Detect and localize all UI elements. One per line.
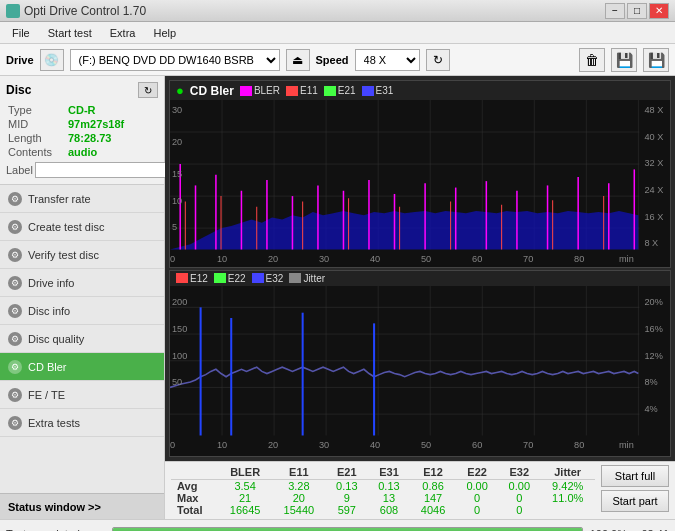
- svg-text:20: 20: [268, 439, 278, 450]
- stats-table: BLER E11 E21 E31 E12 E22 E32 Jitter Avg …: [171, 465, 595, 516]
- drive-select[interactable]: (F:) BENQ DVD DD DW1640 BSRB: [70, 49, 280, 71]
- bottom-chart-body: 200 150 100 50 0 10 20 30 40 50 60 70 80: [170, 286, 670, 452]
- time-text: 03:41: [633, 528, 669, 532]
- disc-refresh-button[interactable]: ↻: [138, 82, 158, 98]
- status-window-button[interactable]: Status window >>: [0, 493, 164, 519]
- contents-label: Contents: [8, 146, 66, 158]
- disc-info-table: Type CD-R MID 97m27s18f Length 78:28.73 …: [6, 102, 158, 160]
- menu-start-test[interactable]: Start test: [40, 25, 100, 41]
- col-header-e21: E21: [326, 465, 368, 480]
- stats-max-e21: 9: [326, 492, 368, 504]
- disc-label-input[interactable]: [35, 162, 168, 178]
- sidebar-item-extra-tests[interactable]: ⚙ Extra tests: [0, 409, 164, 437]
- stats-max-jitter: 11.0%: [540, 492, 595, 504]
- save-button[interactable]: 💾: [643, 48, 669, 72]
- top-chart: ● CD Bler BLER E11 E21: [169, 80, 671, 268]
- svg-text:20: 20: [172, 136, 182, 147]
- sidebar-item-disc-quality[interactable]: ⚙ Disc quality: [0, 325, 164, 353]
- menu-bar: File Start test Extra Help: [0, 22, 675, 44]
- speed-label: Speed: [316, 54, 349, 66]
- svg-text:20%: 20%: [644, 296, 662, 307]
- sidebar-item-verify-test-disc[interactable]: ⚙ Verify test disc: [0, 241, 164, 269]
- sidebar-item-fe-te[interactable]: ⚙ FE / TE: [0, 381, 164, 409]
- app-icon: [6, 4, 20, 18]
- cd-bler-icon: ⚙: [8, 360, 22, 374]
- legend-bler: BLER: [240, 85, 280, 96]
- menu-extra[interactable]: Extra: [102, 25, 144, 41]
- stats-avg-e11: 3.28: [272, 480, 326, 493]
- legend-jitter: Jitter: [289, 273, 325, 284]
- svg-text:10: 10: [217, 253, 227, 264]
- disc-label-row: Label ⚙: [6, 162, 158, 178]
- stats-row-max: Max 21 20 9 13 147 0 0 11.0%: [171, 492, 595, 504]
- svg-text:30: 30: [172, 104, 182, 115]
- svg-text:4%: 4%: [644, 402, 657, 413]
- svg-text:80: 80: [574, 253, 584, 264]
- col-header-label: [171, 465, 218, 480]
- speed-select[interactable]: 48 X: [355, 49, 420, 71]
- label-label: Label: [6, 164, 33, 176]
- stats-avg-e12: 0.86: [410, 480, 456, 493]
- stats-buttons: Start full Start part: [595, 465, 669, 512]
- svg-text:200: 200: [172, 296, 187, 307]
- type-label: Type: [8, 104, 66, 116]
- svg-text:70: 70: [523, 439, 533, 450]
- col-header-jitter: Jitter: [540, 465, 595, 480]
- sidebar-label-create-test-disc: Create test disc: [28, 221, 104, 233]
- stats-row-avg: Avg 3.54 3.28 0.13 0.13 0.86 0.00 0.00 9…: [171, 480, 595, 493]
- svg-text:50: 50: [172, 376, 182, 387]
- col-header-bler: BLER: [218, 465, 272, 480]
- stats-total-e32: 0: [498, 504, 540, 516]
- erase-button[interactable]: 🗑: [579, 48, 605, 72]
- svg-text:30: 30: [319, 253, 329, 264]
- title-bar-left: Opti Drive Control 1.70: [6, 4, 146, 18]
- stats-max-e22: 0: [456, 492, 498, 504]
- stats-avg-bler: 3.54: [218, 480, 272, 493]
- sidebar-label-transfer-rate: Transfer rate: [28, 193, 91, 205]
- menu-help[interactable]: Help: [145, 25, 184, 41]
- svg-text:60: 60: [472, 439, 482, 450]
- title-bar: Opti Drive Control 1.70 − □ ✕: [0, 0, 675, 22]
- refresh-button[interactable]: ↻: [426, 49, 450, 71]
- svg-text:10: 10: [172, 194, 182, 205]
- svg-text:70: 70: [523, 253, 533, 264]
- start-full-button[interactable]: Start full: [601, 465, 669, 487]
- sidebar-item-drive-info[interactable]: ⚙ Drive info: [0, 269, 164, 297]
- start-part-button[interactable]: Start part: [601, 490, 669, 512]
- maximize-button[interactable]: □: [627, 3, 647, 19]
- sidebar-item-cd-bler[interactable]: ⚙ CD Bler: [0, 353, 164, 381]
- sidebar-item-disc-info[interactable]: ⚙ Disc info: [0, 297, 164, 325]
- svg-text:5: 5: [172, 221, 177, 232]
- stats-avg-e22: 0.00: [456, 480, 498, 493]
- menu-file[interactable]: File: [4, 25, 38, 41]
- contents-value: audio: [68, 146, 156, 158]
- svg-text:15: 15: [172, 168, 182, 179]
- stats-avg-label: Avg: [171, 480, 218, 493]
- svg-rect-64: [170, 286, 670, 452]
- svg-text:16 X: 16 X: [644, 210, 664, 221]
- extra-tests-icon: ⚙: [8, 416, 22, 430]
- eject-button[interactable]: ⏏: [286, 49, 310, 71]
- sidebar-item-transfer-rate[interactable]: ⚙ Transfer rate: [0, 185, 164, 213]
- svg-text:150: 150: [172, 322, 187, 333]
- type-value: CD-R: [68, 104, 156, 116]
- disc-title: Disc: [6, 83, 31, 97]
- legend-e22: E22: [214, 273, 246, 284]
- drive-icon-btn[interactable]: 💿: [40, 49, 64, 71]
- drive-info-icon: ⚙: [8, 276, 22, 290]
- mid-value: 97m27s18f: [68, 118, 156, 130]
- sidebar-item-create-test-disc[interactable]: ⚙ Create test disc: [0, 213, 164, 241]
- legend-e21: E21: [324, 85, 356, 96]
- sidebar: Disc ↻ Type CD-R MID 97m27s18f Length 78…: [0, 76, 165, 519]
- close-button[interactable]: ✕: [649, 3, 669, 19]
- stats-avg-e31: 0.13: [368, 480, 410, 493]
- svg-text:12%: 12%: [644, 349, 662, 360]
- stats-max-e11: 20: [272, 492, 326, 504]
- stats-area: BLER E11 E21 E31 E12 E22 E32 Jitter Avg …: [165, 461, 675, 519]
- verify-test-disc-icon: ⚙: [8, 248, 22, 262]
- minimize-button[interactable]: −: [605, 3, 625, 19]
- burn-button[interactable]: 💾: [611, 48, 637, 72]
- svg-text:50: 50: [421, 253, 431, 264]
- progress-bar-container: [112, 527, 583, 532]
- legend-e12: E12: [176, 273, 208, 284]
